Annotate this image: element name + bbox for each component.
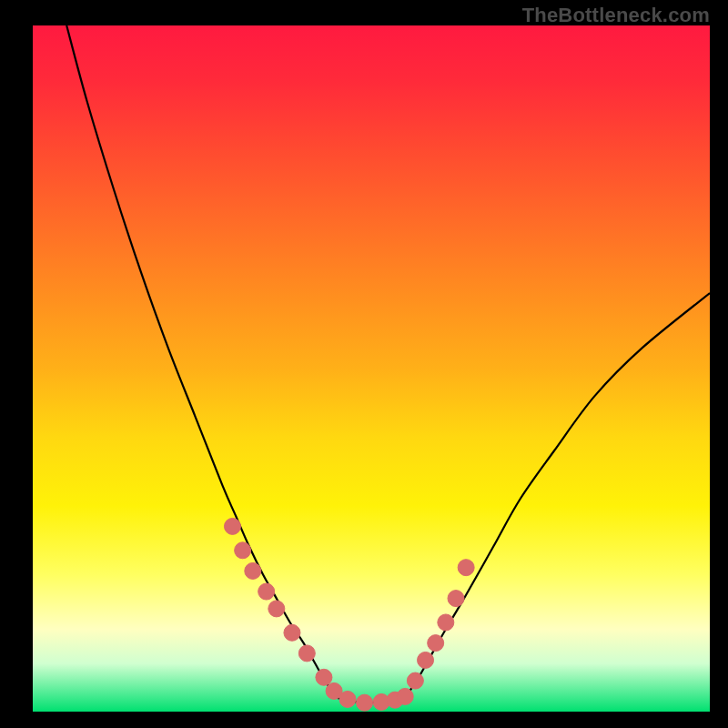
scatter-dot xyxy=(397,688,413,704)
scatter-dot xyxy=(268,601,285,617)
scatter-dot xyxy=(224,518,240,534)
right-curve xyxy=(405,293,710,698)
scatter-dot xyxy=(448,591,464,607)
curve-group xyxy=(66,25,710,703)
chart-frame: TheBottleneck.com xyxy=(0,0,728,728)
chart-svg xyxy=(33,25,710,712)
scatter-dot xyxy=(245,562,261,579)
plot-area xyxy=(33,25,710,712)
scatter-dot xyxy=(298,645,315,662)
scatter-dot xyxy=(407,672,423,689)
scatter-dot xyxy=(458,560,474,576)
scatter-dot xyxy=(284,624,300,641)
scatter-dot xyxy=(357,694,373,711)
scatter-dot xyxy=(316,669,332,685)
left-curve xyxy=(66,25,338,698)
scatter-dot xyxy=(438,614,454,631)
scatter-dot xyxy=(418,652,434,668)
scatter-dot xyxy=(339,691,356,707)
scatter-dot xyxy=(235,542,251,559)
scatter-dot xyxy=(428,635,444,652)
scatter-dots xyxy=(224,518,474,711)
scatter-dot xyxy=(258,583,275,600)
watermark-text: TheBottleneck.com xyxy=(522,4,710,27)
